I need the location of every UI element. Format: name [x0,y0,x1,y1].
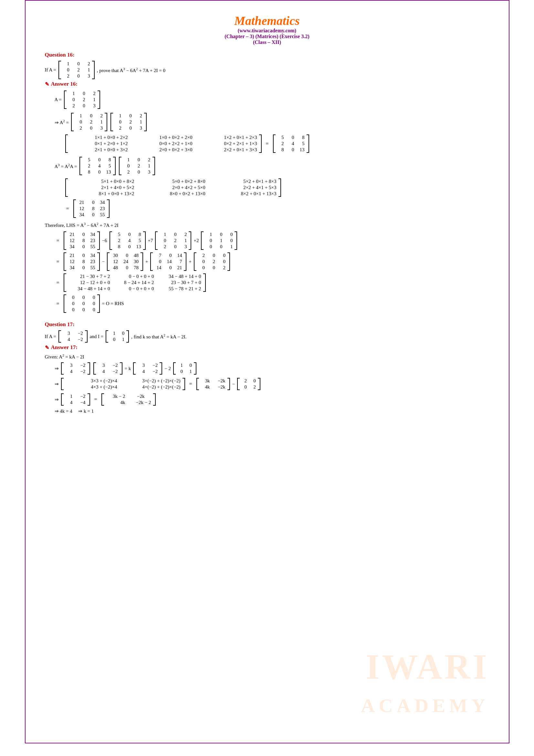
a16-a-label: A = [55,97,62,102]
a17-s1-m1: 3−2 4−2 [61,362,90,375]
a16-minus: − [102,259,105,264]
a16-a2-expand: 1×1 + 0×0 + 2×21×0 + 0×2 + 2×01×2 + 0×1 … [64,134,490,153]
pencil-icon-2: ✎ [45,344,49,351]
a16-a3-label: A3 = A2A = [55,163,77,169]
answer-16-label: ✎ Answer 16: [45,81,490,87]
q17-problem: If A = 3−2 4−2 and I = 10 01 , find k so… [45,330,490,343]
a16-a3-expand: 5×1 + 0×0 + 8×25×0 + 0×2 + 8×05×2 + 0×1 … [64,178,490,198]
a16-therefore: Therefore, LHS = A3 − 6A2 + 7A + 2I [45,222,490,228]
page-header: Mathematics (www.tiwariacademy.com) (Cha… [45,14,490,45]
answer-16-text: Answer 16: [51,81,78,87]
q16-problem: If A = 102 021 203 , prove that A3 − 6A2… [45,60,490,80]
a16-step1: A = 102 021 203 [55,90,490,110]
a16-lhs-eq4: = [57,301,60,307]
a16-lhs3: = 21 − 30 + 7 + 20 − 0 + 0 + 034 − 48 + … [55,273,490,292]
a16-a2-result: 508 245 8013 [273,134,309,153]
a16-lhs2-m3: 7014 0147 14021 [150,253,187,271]
a16-minus6: −6 [102,238,107,243]
a17-step1: ⇒ 3−2 4−2 3−2 4−2 = k [55,362,490,375]
a16-plus7: +7 [148,238,153,243]
a16-matrix1: 102 021 203 [64,91,100,109]
q16-matrix-A: 102 021 203 [59,61,95,79]
q17-matrix-I: 10 01 [106,330,129,343]
a17-s2-m1: 3×3 + (−2)×43×(−2) + (−2)×(−2) 4×3 + (−2… [61,378,185,390]
a16-lhs2: = 21034 12823 34055 − 30048 122430 48078… [55,252,490,272]
page: IWARI ACADEMY Mathematics (www.tiwariaca… [25,0,509,743]
a16-a3-result-line: = 21034 12823 34055 [64,199,490,219]
a16-lhs-eq1: = [57,238,60,244]
a16-a3-matrix1: 508 245 8013 [80,157,116,175]
a17-s3-m2: 3k − 2−2k 4k−2k − 2 [101,393,156,406]
a16-a3-result: 21034 12823 34055 [73,200,110,218]
answer-17-text: Answer 17: [51,344,78,351]
a16-plus: + [145,259,148,264]
a16-matrix2b: 102 021 203 [111,113,147,131]
answer-17-label: ✎ Answer 17: [45,344,490,351]
a16-lhs1: = 21034 12823 34055 −6 508 245 8013 +7 1… [55,231,490,251]
a16-step2: ⇒ A2 = 102 021 203 102 021 203 [55,112,490,132]
a16-equals-O: = O = RHS [102,301,124,307]
a17-minus-sign: − [232,381,235,387]
a16-lhs2-m4: 200 020 002 [194,253,230,271]
a17-s2-m2: 3k−2k 4k−2k [196,378,230,390]
a17-s1-m2: 3−2 4−2 [93,362,122,375]
a17-given: Given: A2 = kA − 2I [45,353,490,360]
pencil-icon: ✎ [45,81,49,87]
question-17-label: Question 17: [45,321,490,328]
q17-section: Question 17: If A = 3−2 4−2 and I = 10 0… [45,321,490,414]
a16-lhs4: = 000 000 000 = O = RHS [55,294,490,313]
a17-s1-m4: 10 01 [173,362,196,375]
watermark-line2: ACADEMY [361,694,489,717]
a17-minus2: − 2 [165,366,171,371]
a16-lhs2-m2: 30048 122430 48078 [107,253,143,271]
a17-s2-m3: 20 02 [237,378,260,390]
a16-lhs-m1: 21034 12823 34055 [64,231,100,250]
q17-and-text: and I = [90,334,104,339]
a16-lhs3-matrix: 21 − 30 + 7 + 20 − 0 + 0 + 034 − 48 + 14… [64,273,206,292]
q17-find-text: , find k so that A2 = kA − 2I. [131,333,187,340]
page-title: Mathematics [45,14,490,28]
q16-if-a-text: If A = [45,67,56,73]
class-info: (Class – XII) [45,40,490,45]
a16-lhs-eq2: = [57,259,60,265]
a16-plus2b: + [189,259,191,264]
a17-s3-m1: 1−2 4−4 [61,393,90,406]
a17-s2-eq: = [189,381,192,387]
a16-step3: A3 = A2A = 508 245 8013 102 021 203 [55,156,490,176]
a16-lhs-m2: 508 245 8013 [110,231,146,250]
a16-zero-matrix: 000 000 000 [64,294,100,313]
a17-step4: ⇒ 4k = 4 ⇒ k = 1 [55,408,490,414]
a17-equals-k: = k [125,366,131,371]
a16-lhs-m4: 100 010 001 [201,231,237,250]
website-url: (www.tiwariacademy.com) [45,28,490,34]
a17-s1-m3: 3−2 4−2 [133,362,162,375]
a16-a3-matrix2: 102 021 203 [119,157,155,175]
a17-s3-eq: = [94,396,97,402]
question-16-label: Question 16: [45,52,490,58]
a16-a3-expand-matrix: 5×1 + 0×0 + 8×25×0 + 0×2 + 8×05×2 + 0×1 … [65,178,281,197]
a16-arrow1: ⇒ A2 = [55,119,69,125]
a17-arrow2: ⇒ [55,381,59,387]
chapter-info: (Chapter – 3) (Matrices) (Exercise 3.2) [45,34,490,40]
a16-a3-eq: = [66,206,69,212]
a16-a2-expand-matrix: 1×1 + 0×0 + 2×21×0 + 0×2 + 2×01×2 + 0×1 … [65,134,262,153]
q17-matrix-A: 3−2 4−2 [59,330,88,343]
a16-plus2: +2 [193,238,199,243]
a16-lhs-m3: 102 021 203 [155,231,191,250]
q16-problem-text: , prove that A3 − 6A2 + 7A + 2I = 0 [97,67,165,73]
watermark-line1: IWARI [366,649,489,685]
q17-if-text: If A = [45,334,56,339]
a16-lhs2-m1: 21034 12823 34055 [64,253,100,271]
a17-step3: ⇒ 1−2 4−4 = 3k − 2−2k 4k−2k − 2 [55,393,490,406]
a16-matrix2a: 102 021 203 [71,113,107,131]
a17-arrow3: ⇒ [55,396,59,402]
a16-lhs-eq3: = [57,280,60,286]
a16-a2-eq: = [266,141,269,147]
a17-arrow1: ⇒ [55,365,59,371]
a17-step2: ⇒ 3×3 + (−2)×43×(−2) + (−2)×(−2) 4×3 + (… [55,377,490,391]
